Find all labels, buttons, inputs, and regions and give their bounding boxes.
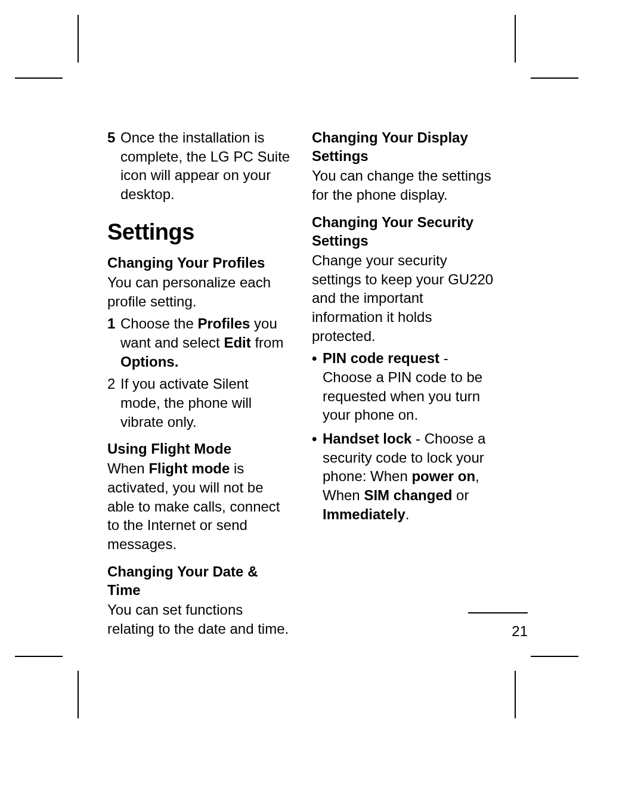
step-number: 5 xyxy=(107,128,120,204)
bold-text: SIM changed xyxy=(364,487,452,503)
crop-mark xyxy=(15,656,63,657)
page-number: 21 xyxy=(0,623,644,640)
bullet-icon: • xyxy=(312,429,323,523)
step-text: Choose the Profiles you want and select … xyxy=(120,314,290,371)
text: Choose the xyxy=(120,315,197,331)
datetime-heading: Changing Your Date & Time xyxy=(107,562,290,599)
step-text: If you activate Silent mode, the phone w… xyxy=(120,374,290,431)
display-settings-heading: Changing Your Display Settings xyxy=(312,128,495,165)
crop-mark xyxy=(78,671,79,718)
profiles-heading: Changing Your Profiles xyxy=(107,253,290,272)
text: or xyxy=(452,487,469,503)
bold-text: Edit xyxy=(224,334,250,351)
right-column: Changing Your Display Settings You can c… xyxy=(312,128,495,642)
bullet-text: Handset lock - Choose a security code to… xyxy=(323,429,495,523)
bold-text: Profiles xyxy=(197,315,250,331)
crop-mark xyxy=(531,78,578,79)
flight-mode-body: When Flight mode is activated, you will … xyxy=(107,459,290,553)
install-step-5: 5 Once the installation is complete, the… xyxy=(107,128,290,204)
step-number: 2 xyxy=(107,374,120,431)
security-bullet-pin: • PIN code request - Choose a PIN code t… xyxy=(312,349,495,424)
security-bullet-handset: • Handset lock - Choose a security code … xyxy=(312,429,495,523)
bold-text: Immediately xyxy=(323,506,405,522)
settings-heading: Settings xyxy=(107,219,290,245)
security-settings-body: Change your security settings to keep yo… xyxy=(312,251,495,345)
text: . xyxy=(405,506,410,522)
crop-mark xyxy=(15,78,63,79)
left-column: 5 Once the installation is complete, the… xyxy=(107,128,290,642)
step-text: Once the installation is complete, the L… xyxy=(120,128,290,204)
display-settings-body: You can change the settings for the phon… xyxy=(312,166,495,204)
crop-mark xyxy=(515,15,516,63)
crop-mark xyxy=(515,671,516,718)
flight-mode-heading: Using Flight Mode xyxy=(107,439,290,458)
profiles-step-1: 1 Choose the Profiles you want and selec… xyxy=(107,314,290,371)
page-content: 5 Once the installation is complete, the… xyxy=(107,128,495,642)
crop-mark xyxy=(531,656,578,657)
crop-mark xyxy=(78,15,79,63)
bullet-text: PIN code request - Choose a PIN code to … xyxy=(323,349,495,424)
bold-text: Flight mode xyxy=(148,460,230,476)
profiles-step-2: 2 If you activate Silent mode, the phone… xyxy=(107,374,290,431)
bold-text: PIN code request xyxy=(323,350,439,366)
bold-text: Handset lock xyxy=(323,430,411,447)
bold-text: Options. xyxy=(120,354,178,370)
step-number: 1 xyxy=(107,314,120,371)
profiles-body: You can personalize each profile setting… xyxy=(107,273,290,311)
security-settings-heading: Changing Your Security Settings xyxy=(312,213,495,250)
text: When xyxy=(107,460,148,476)
bullet-icon: • xyxy=(312,349,323,424)
bold-text: power on xyxy=(411,468,475,484)
text: from xyxy=(251,334,284,351)
